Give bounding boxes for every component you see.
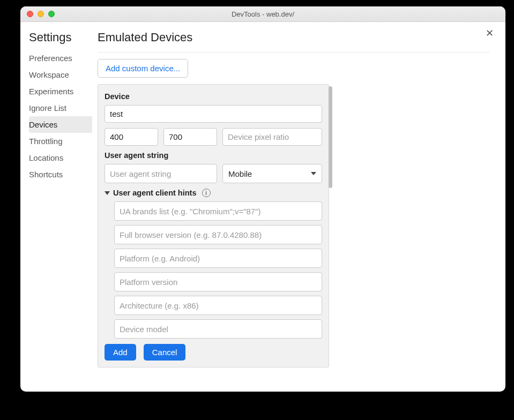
- sidebar-item-experiments[interactable]: Experiments: [29, 83, 92, 100]
- sidebar-item-shortcuts[interactable]: Shortcuts: [29, 166, 92, 183]
- ua-string-input[interactable]: [105, 164, 217, 183]
- info-icon[interactable]: i: [202, 189, 211, 197]
- window: DevTools - web.dev/ ✕ Settings Preferenc…: [20, 6, 505, 392]
- settings-sidebar: Settings Preferences Workspace Experimen…: [20, 28, 92, 392]
- close-settings-button[interactable]: ✕: [484, 28, 495, 39]
- sidebar-item-label: Preferences: [29, 54, 72, 63]
- device-width-input[interactable]: [105, 128, 158, 146]
- sidebar-item-ignore-list[interactable]: Ignore List: [29, 100, 92, 116]
- page-title: Emulated Devices: [98, 31, 489, 44]
- add-device-button[interactable]: Add: [105, 344, 136, 361]
- device-form-panel: Device User agent string: [98, 84, 329, 368]
- sidebar-item-label: Ignore List: [29, 103, 66, 112]
- sidebar-item-devices[interactable]: Devices: [29, 116, 92, 133]
- device-height-input[interactable]: [163, 128, 217, 146]
- ua-type-selected: Mobile: [228, 169, 252, 178]
- sidebar-item-label: Experiments: [29, 87, 73, 96]
- ua-platform-input[interactable]: [114, 249, 322, 268]
- device-dpr-input[interactable]: [222, 128, 322, 146]
- triangle-down-icon: [105, 191, 110, 195]
- ua-client-hints-toggle[interactable]: User agent client hints i: [105, 189, 322, 197]
- cancel-device-button[interactable]: Cancel: [144, 344, 186, 361]
- settings-heading: Settings: [29, 31, 92, 44]
- sidebar-item-label: Locations: [29, 153, 63, 162]
- ua-full-version-input[interactable]: [114, 225, 322, 244]
- sidebar-item-preferences[interactable]: Preferences: [29, 50, 92, 66]
- ua-type-select[interactable]: Mobile: [222, 164, 322, 183]
- sidebar-item-locations[interactable]: Locations: [29, 149, 92, 166]
- sidebar-item-label: Workspace: [29, 70, 69, 79]
- scrollbar[interactable]: [329, 86, 332, 188]
- ua-device-model-input[interactable]: [114, 319, 322, 339]
- add-custom-device-button[interactable]: Add custom device...: [98, 59, 188, 78]
- section-ua-label: User agent string: [105, 151, 322, 160]
- window-title: DevTools - web.dev/: [20, 10, 505, 18]
- ua-client-hints-label: User agent client hints: [113, 189, 197, 197]
- sidebar-item-workspace[interactable]: Workspace: [29, 66, 92, 83]
- ua-brands-input[interactable]: [114, 201, 322, 221]
- titlebar: DevTools - web.dev/: [20, 6, 505, 22]
- section-device-label: Device: [105, 92, 322, 101]
- sidebar-item-label: Shortcuts: [29, 170, 63, 179]
- ua-architecture-input[interactable]: [114, 296, 322, 315]
- ua-platform-version-input[interactable]: [114, 272, 322, 291]
- sidebar-item-label: Throttling: [29, 137, 63, 146]
- device-name-input[interactable]: [105, 105, 322, 123]
- divider: [98, 52, 489, 52]
- sidebar-item-throttling[interactable]: Throttling: [29, 133, 92, 149]
- chevron-down-icon: [311, 172, 316, 175]
- sidebar-item-label: Devices: [29, 120, 57, 129]
